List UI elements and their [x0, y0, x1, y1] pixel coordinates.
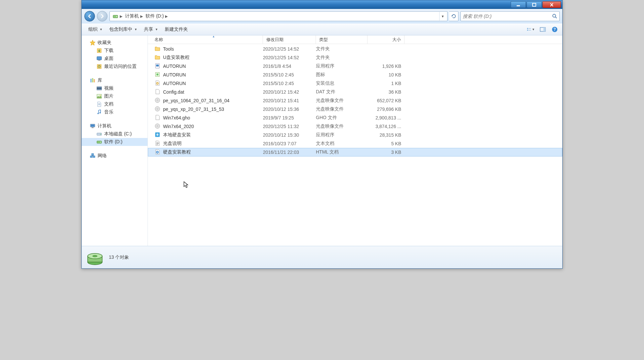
file-date-cell: 2020/10/12 15:41: [263, 98, 316, 103]
file-date-cell: 2020/12/25 14:52: [263, 46, 316, 52]
sidebar-item-music[interactable]: 音乐: [82, 108, 148, 116]
file-name-cell: pe_yqs_1064_20_07_31_16_04: [148, 97, 263, 104]
file-name-cell: AUTORUN: [148, 71, 263, 78]
file-name-cell: pe_yqs_xp_20_07_31_15_53: [148, 106, 263, 113]
file-type-cell: 光盘映像文件: [316, 123, 367, 129]
file-type-cell: GHO 文件: [316, 115, 367, 121]
file-row[interactable]: 光盘说明2016/10/23 7:07文本文档5 KB: [148, 139, 562, 148]
column-header-date[interactable]: 修改日期: [263, 35, 316, 44]
column-header-size[interactable]: 大小: [367, 35, 405, 44]
column-header-name[interactable]: 名称 ▲: [148, 35, 263, 44]
file-row[interactable]: Config.dat2020/10/12 15:42DAT 文件36 KB: [148, 88, 562, 96]
downloads-icon: [96, 48, 102, 54]
star-icon: [90, 40, 96, 46]
chevron-down-icon: ▼: [532, 28, 535, 31]
minimize-button[interactable]: [511, 1, 526, 8]
file-row[interactable]: 本地硬盘安装2020/10/12 15:30应用程序28,315 KB: [148, 131, 562, 139]
file-name-label: AUTORUN: [163, 72, 186, 77]
search-box[interactable]: [460, 11, 560, 21]
include-in-library-menu[interactable]: 包含到库中▼: [106, 25, 141, 34]
libraries-icon: [90, 77, 96, 83]
svg-rect-37: [93, 156, 95, 158]
back-button[interactable]: [84, 11, 95, 22]
list-view-icon: [527, 27, 531, 32]
share-menu[interactable]: 共享▼: [141, 25, 161, 34]
file-type-icon: [154, 80, 160, 87]
file-type-cell: HTML 文档: [316, 149, 367, 155]
file-row[interactable]: pe_yqs_1064_20_07_31_16_042020/10/12 15:…: [148, 96, 562, 105]
file-date-cell: 2016/10/23 7:07: [263, 141, 316, 146]
file-row[interactable]: 硬盘安装教程2016/11/21 22:03HTML 文档3 KB: [148, 148, 562, 157]
file-row[interactable]: AUTORUN2015/5/10 2:45图标10 KB: [148, 70, 562, 79]
file-row[interactable]: Tools2020/12/25 14:52文件夹: [148, 45, 562, 53]
view-mode-button[interactable]: ▼: [527, 25, 535, 33]
column-header-type[interactable]: 类型: [316, 35, 367, 44]
file-row[interactable]: Win7x64.gho2019/9/7 19:25GHO 文件2,900,813…: [148, 113, 562, 122]
sidebar-computer-header[interactable]: 计算机: [82, 122, 148, 130]
sidebar-label: 视频: [104, 85, 113, 91]
file-name-label: 硬盘安装教程: [163, 149, 191, 155]
search-icon[interactable]: [552, 14, 557, 19]
sidebar-network-header[interactable]: 网络: [82, 152, 148, 160]
sidebar-item-drive-d[interactable]: 软件 (D:): [82, 138, 148, 146]
file-name-label: AUTORUN: [163, 64, 186, 69]
sidebar-label: 计算机: [98, 123, 111, 129]
drive-large-icon: [86, 249, 104, 266]
help-button[interactable]: ?: [550, 25, 559, 33]
file-name-cell: Tools: [148, 46, 263, 53]
breadcrumb-drive-root[interactable]: ▶: [111, 12, 124, 21]
file-type-icon: [154, 97, 160, 104]
sidebar-item-videos[interactable]: 视频: [82, 84, 148, 92]
organize-menu[interactable]: 组织▼: [85, 25, 106, 34]
maximize-button[interactable]: [527, 1, 542, 8]
file-row[interactable]: pe_yqs_xp_20_07_31_15_532020/10/12 15:36…: [148, 105, 562, 113]
file-size-cell: 1 KB: [367, 81, 405, 86]
libraries-group: 库 视频 图片 文档 音乐: [82, 76, 148, 116]
close-button[interactable]: [542, 1, 561, 8]
file-row[interactable]: U盘安装教程2020/12/25 14:52文件夹: [148, 53, 562, 62]
file-row[interactable]: AUTORUN2016/1/8 4:54应用程序1,926 KB: [148, 62, 562, 70]
svg-line-5: [555, 17, 557, 18]
sidebar-label: 库: [98, 77, 102, 83]
navigation-pane: 收藏夹 下载 桌面 最近访问的位置 库: [82, 35, 148, 246]
sidebar-item-pictures[interactable]: 图片: [82, 92, 148, 100]
file-size-cell: 652,072 KB: [367, 98, 405, 103]
new-folder-button[interactable]: 新建文件夹: [161, 25, 191, 34]
address-history-dropdown[interactable]: ▼: [439, 12, 446, 21]
sidebar-item-documents[interactable]: 文档: [82, 100, 148, 108]
network-group: 网络: [82, 152, 148, 160]
file-row[interactable]: AUTORUN2015/5/10 2:45安装信息1 KB: [148, 79, 562, 88]
file-type-cell: 光盘映像文件: [316, 98, 367, 104]
explorer-window: ▶ 计算机 ▶ 软件 (D:) ▶ ▼ 组织▼ 包含到: [81, 0, 563, 269]
sidebar-item-desktop[interactable]: 桌面: [82, 55, 148, 63]
file-list[interactable]: Tools2020/12/25 14:52文件夹U盘安装教程2020/12/25…: [148, 44, 562, 246]
file-date-cell: 2016/1/8 4:54: [263, 64, 316, 69]
file-row[interactable]: Win7x64_20202020/12/25 11:32光盘映像文件3,874,…: [148, 122, 562, 131]
breadcrumb-computer[interactable]: 计算机 ▶: [124, 12, 144, 21]
svg-point-28: [100, 112, 101, 113]
svg-rect-6: [527, 28, 528, 29]
svg-rect-8: [527, 29, 528, 30]
preview-pane-button[interactable]: [538, 25, 547, 33]
svg-rect-0: [517, 5, 520, 6]
forward-button[interactable]: [97, 11, 107, 22]
sidebar-item-drive-c[interactable]: 本地磁盘 (C:): [82, 130, 148, 138]
sidebar-item-downloads[interactable]: 下载: [82, 47, 148, 55]
svg-rect-36: [90, 156, 92, 158]
breadcrumb-current[interactable]: 软件 (D:) ▶: [144, 12, 169, 21]
status-text: 13 个对象: [109, 254, 129, 260]
sidebar-item-recent[interactable]: 最近访问的位置: [82, 63, 148, 70]
file-name-cell: Win7x64.gho: [148, 114, 263, 121]
file-name-cell: Win7x64_2020: [148, 123, 263, 130]
refresh-button[interactable]: [449, 11, 458, 21]
chevron-right-icon: ▶: [140, 14, 143, 19]
file-type-icon: [154, 149, 160, 156]
sidebar-libraries-header[interactable]: 库: [82, 76, 148, 84]
search-input[interactable]: [463, 14, 552, 19]
address-bar[interactable]: ▶ 计算机 ▶ 软件 (D:) ▶ ▼: [109, 11, 448, 21]
svg-rect-7: [529, 28, 531, 28]
sidebar-favorites-header[interactable]: 收藏夹: [82, 39, 148, 47]
desktop-icon: [96, 56, 102, 62]
toolbar: 组织▼ 包含到库中▼ 共享▼ 新建文件夹 ▼ ?: [82, 23, 562, 35]
breadcrumb-label: 计算机: [125, 13, 139, 19]
